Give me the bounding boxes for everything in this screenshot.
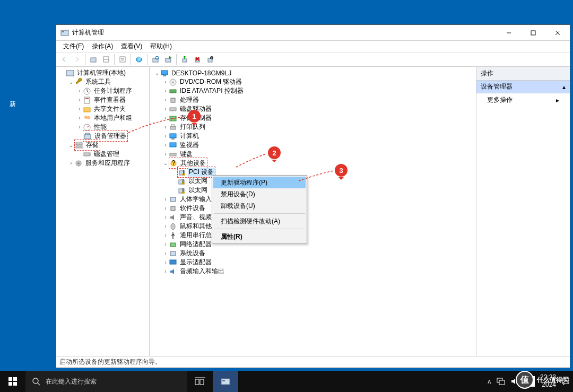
tree-item[interactable]: ›监视器 [150, 141, 476, 150]
expand-closed-icon[interactable]: › [162, 241, 169, 247]
tree-item[interactable]: ⌄存储 [56, 141, 149, 150]
context-menu-item[interactable]: 禁用设备(D) [213, 188, 306, 200]
tree-item[interactable]: ›音频输入和输出 [150, 267, 476, 276]
share-icon [83, 105, 91, 114]
expand-closed-icon[interactable]: › [162, 151, 169, 157]
menu-view[interactable]: 查看(V) [118, 41, 145, 51]
tree-item[interactable]: 磁盘管理 [56, 150, 149, 159]
tree-item[interactable]: !PCI 设备 [150, 168, 476, 177]
expand-closed-icon[interactable]: › [162, 124, 169, 130]
tree-item[interactable]: ›计算机 [150, 132, 476, 141]
context-menu-item[interactable]: 属性(R) [213, 231, 306, 242]
expand-closed-icon[interactable]: › [76, 115, 83, 121]
expand-closed-icon[interactable]: › [162, 214, 169, 220]
tree-item[interactable]: ›网络适配器 [150, 240, 476, 249]
actions-more[interactable]: 更多操作 ▸ [476, 93, 570, 107]
context-menu-item[interactable]: 更新驱动程序(P) [213, 177, 306, 188]
titlebar[interactable]: 计算机管理 [56, 25, 570, 41]
navigation-tree[interactable]: 计算机管理(本地)⌄系统工具›任务计划程序›事件查看器›共享文件夹›本地用户和组… [56, 67, 150, 356]
close-button[interactable] [545, 25, 570, 40]
show-hide-button[interactable] [100, 54, 112, 65]
expand-closed-icon[interactable]: › [162, 259, 169, 265]
tree-item[interactable]: ›本地用户和组 [56, 114, 149, 123]
expand-open-icon[interactable]: ⌄ [162, 160, 169, 166]
tree-item[interactable]: ›人体学输入 [150, 195, 476, 204]
expand-closed-icon[interactable]: › [162, 268, 169, 274]
tree-item[interactable]: !以太网 [150, 177, 476, 186]
menu-help[interactable]: 帮助(H) [147, 41, 175, 51]
tree-item[interactable]: ›软件设备 [150, 204, 476, 213]
menu-file[interactable]: 文件(F) [60, 41, 87, 51]
expand-closed-icon[interactable]: › [162, 250, 169, 256]
context-menu-item[interactable]: 卸载设备(U) [213, 200, 306, 212]
tree-item[interactable]: ⌄系统工具 [56, 77, 149, 86]
tree-item[interactable]: ›共享文件夹 [56, 104, 149, 114]
tree-item[interactable]: 设备管理器 [56, 132, 149, 141]
tree-item-label: 鼠标和其他 [179, 222, 213, 231]
uninstall-button[interactable] [192, 54, 203, 65]
taskbar-search[interactable]: 在此键入进行搜索 [25, 371, 187, 392]
scan-button[interactable] [150, 54, 161, 65]
expand-closed-icon[interactable]: › [76, 97, 83, 103]
expand-closed-icon[interactable]: › [162, 142, 169, 148]
tree-item[interactable]: ›系统设备 [150, 249, 476, 258]
tree-item[interactable]: ›鼠标和其他 [150, 222, 476, 231]
start-button[interactable] [0, 371, 25, 392]
disable-button[interactable] [204, 54, 216, 65]
context-menu-item[interactable]: 扫描检测硬件改动(A) [213, 215, 306, 227]
task-view-button[interactable] [187, 371, 213, 392]
expand-open-icon[interactable]: ⌄ [68, 142, 74, 148]
tree-item-label: 系统设备 [179, 249, 206, 258]
tree-item[interactable]: ›处理器 [150, 95, 476, 104]
tree-item-label: DVD/CD-ROM 驱动器 [179, 77, 243, 86]
expand-closed-icon[interactable]: › [76, 124, 83, 130]
up-button[interactable] [88, 54, 99, 65]
back-button[interactable] [58, 54, 70, 65]
svg-rect-61 [171, 206, 175, 211]
properties-button[interactable] [117, 54, 128, 65]
tree-item[interactable]: ›显示适配器 [150, 258, 476, 267]
expand-closed-icon[interactable]: › [162, 196, 169, 202]
minimize-button[interactable] [497, 25, 521, 40]
tree-item[interactable]: ›通用串行总线控制器 [150, 231, 476, 240]
expand-closed-icon[interactable]: › [162, 79, 169, 85]
expand-closed-icon[interactable]: › [162, 223, 169, 229]
help-button[interactable]: ? [133, 54, 145, 65]
expand-closed-icon[interactable]: › [162, 232, 169, 238]
tray-chevron-icon[interactable]: ʌ [488, 378, 491, 385]
tree-item[interactable]: ›DVD/CD-ROM 驱动器 [150, 77, 476, 86]
expand-open-icon[interactable]: ⌄ [68, 79, 74, 85]
tree-item[interactable]: ⌄DESKTOP-18GM9LJ [150, 68, 476, 77]
taskbar-app-compmgmt[interactable] [213, 371, 238, 392]
tree-item[interactable]: ›事件查看器 [56, 95, 149, 104]
add-legacy-button[interactable] [162, 54, 174, 65]
menu-action[interactable]: 操作(A) [89, 41, 116, 51]
expand-closed-icon[interactable]: › [76, 88, 83, 94]
expand-closed-icon[interactable]: › [162, 115, 169, 121]
tree-item[interactable]: !以太网 [150, 186, 476, 195]
expand-closed-icon[interactable]: › [162, 97, 169, 103]
tree-item[interactable]: ›任务计划程序 [56, 86, 149, 95]
tree-item[interactable]: ›声音、视频 [150, 213, 476, 222]
network-icon[interactable] [497, 377, 505, 386]
tree-item[interactable]: 计算机管理(本地) [56, 68, 149, 77]
svg-rect-42 [171, 98, 175, 102]
expand-closed-icon[interactable]: › [162, 133, 169, 139]
expand-closed-icon[interactable]: › [162, 205, 169, 211]
expand-closed-icon[interactable]: › [162, 106, 169, 112]
device-tree[interactable]: ⌄DESKTOP-18GM9LJ›DVD/CD-ROM 驱动器›IDE ATA/… [150, 67, 476, 356]
update-driver-button[interactable] [179, 54, 190, 65]
tree-item[interactable]: ›IDE ATA/ATAPI 控制器 [150, 86, 476, 95]
tree-item[interactable]: ›服务和应用程序 [56, 159, 149, 168]
expand-open-icon[interactable]: ⌄ [154, 70, 160, 76]
forward-button[interactable] [71, 54, 83, 65]
maximize-button[interactable] [521, 25, 545, 40]
expand-closed-icon[interactable]: › [76, 106, 83, 112]
tree-item-label: 网络适配器 [179, 240, 213, 249]
actions-selected-node[interactable]: 设备管理器 ▴ [476, 81, 570, 93]
expand-closed-icon[interactable]: › [68, 160, 74, 166]
tree-item[interactable]: ›打印队列 [150, 123, 476, 132]
svg-rect-1 [62, 31, 64, 32]
usb-icon [169, 231, 177, 240]
expand-closed-icon[interactable]: › [162, 88, 169, 94]
